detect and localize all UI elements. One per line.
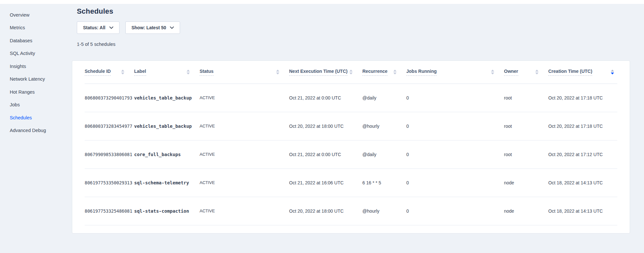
top-strip (0, 0, 644, 4)
status-cell: ACTIVE (200, 112, 289, 140)
column-header-status[interactable]: Status (200, 61, 289, 84)
sidebar: Overview Metrics Databases SQL Activity … (0, 4, 67, 137)
creation-time-cell: Oct 18, 2022 at 14:13 UTC (548, 197, 617, 225)
jobs-running-cell: 0 (406, 168, 504, 197)
column-header-schedule-id[interactable]: Schedule ID (85, 61, 134, 84)
schedules-table-card: Schedule ID Label Status Next Execution … (72, 61, 630, 233)
recurrence-cell: @daily (362, 84, 406, 112)
column-title: Status (200, 69, 214, 76)
column-title: Label (134, 69, 146, 76)
sidebar-item-jobs[interactable]: Jobs (10, 99, 67, 112)
next-execution-cell: Oct 21, 2022 at 0:00 UTC (289, 84, 362, 112)
owner-cell: node (504, 168, 548, 197)
sidebar-item-sql-activity[interactable]: SQL Activity (10, 47, 67, 60)
jobs-running-cell: 0 (406, 84, 504, 112)
status-cell: ACTIVE (200, 168, 289, 197)
chevron-down-icon (170, 26, 174, 29)
table-row: 806799098533806081 core_full_backups ACT… (85, 140, 617, 168)
sort-desc-icon (611, 70, 614, 74)
creation-time-cell: Oct 20, 2022 at 17:12 UTC (548, 140, 617, 168)
column-title: Jobs Running (406, 69, 437, 76)
creation-time-cell: Oct 20, 2022 at 17:18 UTC (548, 84, 617, 112)
column-title: Schedule ID (85, 69, 111, 76)
column-title: Recurrence (362, 69, 387, 76)
results-count: 1-5 of 5 schedules (77, 42, 116, 47)
table-row: 806800373283454977 vehicles_table_backup… (85, 112, 617, 140)
sort-icon (491, 70, 494, 74)
recurrence-cell: @hourly (362, 112, 406, 140)
column-header-recurrence[interactable]: Recurrence (362, 61, 406, 84)
sidebar-item-advanced-debug[interactable]: Advanced Debug (10, 124, 67, 137)
next-execution-cell: Oct 21, 2022 at 16:06 UTC (289, 168, 362, 197)
sidebar-item-network-latency[interactable]: Network Latency (10, 73, 67, 86)
jobs-running-cell: 0 (406, 112, 504, 140)
next-execution-cell: Oct 21, 2022 at 0:00 UTC (289, 140, 362, 168)
sort-icon (276, 70, 279, 74)
status-cell: ACTIVE (200, 140, 289, 168)
creation-time-cell: Oct 18, 2022 at 14:13 UTC (548, 168, 617, 197)
sort-icon (121, 70, 124, 74)
jobs-running-cell: 0 (406, 140, 504, 168)
column-header-label[interactable]: Label (134, 61, 200, 84)
creation-time-cell: Oct 20, 2022 at 17:18 UTC (548, 112, 617, 140)
jobs-running-cell: 0 (406, 197, 504, 225)
recurrence-cell: @daily (362, 140, 406, 168)
status-filter-dropdown[interactable]: Status: All (77, 21, 119, 34)
sort-icon (535, 70, 539, 74)
status-filter-label: Status: All (83, 25, 105, 30)
table-row: 806800373290401793 vehicles_table_backup… (85, 84, 617, 112)
sort-icon (349, 70, 353, 74)
sidebar-item-hot-ranges[interactable]: Hot Ranges (10, 86, 67, 99)
sort-icon (393, 70, 397, 74)
show-filter-dropdown[interactable]: Show: Latest 50 (125, 21, 180, 34)
owner-cell: node (504, 197, 548, 225)
column-header-owner[interactable]: Owner (504, 61, 548, 84)
status-cell: ACTIVE (200, 84, 289, 112)
label-cell: core_full_backups (134, 140, 200, 168)
owner-cell: root (504, 84, 548, 112)
recurrence-cell: @hourly (362, 197, 406, 225)
column-title: Next Execution Time (UTC) (289, 69, 347, 76)
sidebar-item-schedules[interactable]: Schedules (10, 111, 67, 124)
schedule-id-cell: 806197753350029313 (85, 168, 134, 197)
label-cell: sql-schema-telemetry (134, 168, 200, 197)
sort-icon (187, 70, 190, 74)
column-header-creation-time[interactable]: Creation Time (UTC) (548, 61, 617, 84)
next-execution-cell: Oct 20, 2022 at 18:00 UTC (289, 112, 362, 140)
owner-cell: root (504, 112, 548, 140)
label-cell: vehicles_table_backup (134, 112, 200, 140)
table-row: 806197753350029313 sql-schema-telemetry … (85, 168, 617, 197)
chevron-down-icon (109, 26, 113, 29)
schedule-id-cell: 806800373290401793 (85, 84, 134, 112)
column-title: Creation Time (UTC) (548, 69, 592, 76)
schedule-id-cell: 806197753325486081 (85, 197, 134, 225)
sidebar-item-overview[interactable]: Overview (10, 8, 67, 21)
page-title: Schedules (77, 7, 113, 16)
table-row: 806197753325486081 sql-stats-compaction … (85, 197, 617, 225)
schedules-table: Schedule ID Label Status Next Execution … (85, 61, 617, 225)
sidebar-item-insights[interactable]: Insights (10, 60, 67, 73)
recurrence-cell: 6 16 * * 5 (362, 168, 406, 197)
next-execution-cell: Oct 20, 2022 at 18:00 UTC (289, 197, 362, 225)
sidebar-item-databases[interactable]: Databases (10, 34, 67, 47)
table-header-row: Schedule ID Label Status Next Execution … (85, 61, 617, 84)
label-cell: sql-stats-compaction (134, 197, 200, 225)
owner-cell: root (504, 140, 548, 168)
schedule-id-cell: 806800373283454977 (85, 112, 134, 140)
label-cell: vehicles_table_backup (134, 84, 200, 112)
column-header-jobs-running[interactable]: Jobs Running (406, 61, 504, 84)
column-title: Owner (504, 69, 518, 76)
schedule-id-cell: 806799098533806081 (85, 140, 134, 168)
status-cell: ACTIVE (200, 197, 289, 225)
show-filter-label: Show: Latest 50 (132, 25, 166, 30)
sidebar-item-metrics[interactable]: Metrics (10, 21, 67, 34)
column-header-next-execution-time[interactable]: Next Execution Time (UTC) (289, 61, 362, 84)
filter-bar: Status: All Show: Latest 50 (77, 21, 180, 34)
